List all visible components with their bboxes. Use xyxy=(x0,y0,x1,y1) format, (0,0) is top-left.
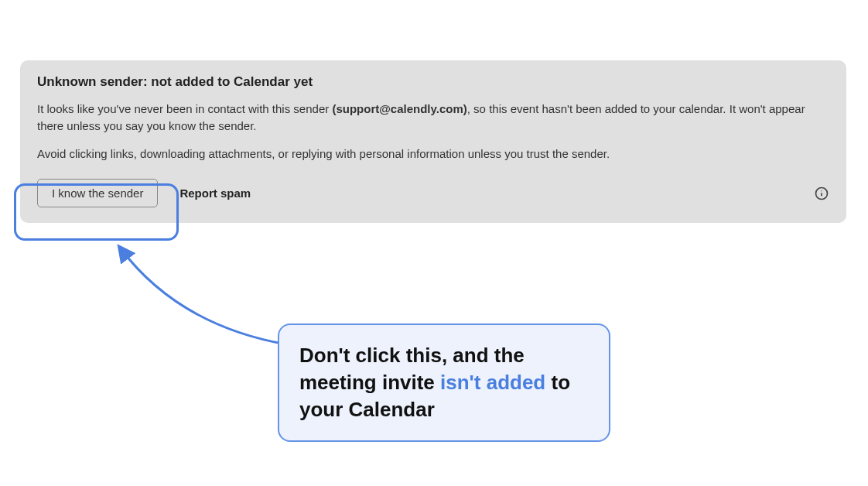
annotation-callout: Don't click this, and the meeting invite… xyxy=(278,323,610,442)
banner-title: Unknown sender: not added to Calendar ye… xyxy=(37,74,829,90)
callout-highlighted: isn't added xyxy=(440,371,545,394)
report-spam-button[interactable]: Report spam xyxy=(179,187,251,200)
svg-point-2 xyxy=(821,190,822,191)
i-know-the-sender-button[interactable]: I know the sender xyxy=(37,179,158,207)
banner-body-prefix: It looks like you've never been in conta… xyxy=(37,102,332,115)
banner-actions: I know the sender Report spam xyxy=(37,179,829,207)
unknown-sender-banner: Unknown sender: not added to Calendar ye… xyxy=(20,60,846,223)
banner-warning-text: Avoid clicking links, downloading attach… xyxy=(37,145,829,163)
banner-body-text: It looks like you've never been in conta… xyxy=(37,101,829,135)
banner-sender-email: (support@calendly.com) xyxy=(332,102,466,115)
info-icon[interactable] xyxy=(814,186,829,201)
